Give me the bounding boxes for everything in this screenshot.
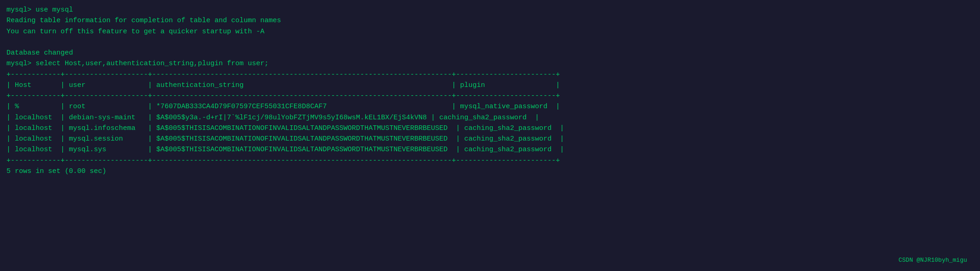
terminal-line-empty1 bbox=[6, 37, 974, 48]
terminal-line-row4: | localhost | mysql.session | $A$005$THI… bbox=[6, 134, 974, 144]
terminal-line-cmd2: mysql> select Host,user,authentication_s… bbox=[6, 58, 974, 69]
terminal-window: mysql> use mysqlReading table informatio… bbox=[6, 5, 974, 266]
terminal-line-header: | Host | user | authentication_string | … bbox=[6, 80, 974, 91]
terminal-line-info1: Reading table information for completion… bbox=[6, 15, 974, 26]
terminal-line-row1: | % | root | *7607DAB333CA4D79F07597CEF5… bbox=[6, 101, 974, 112]
terminal-line-cmd1: mysql> use mysql bbox=[6, 5, 974, 15]
terminal-line-sep1: +------------+--------------------+-----… bbox=[6, 69, 974, 80]
terminal-line-sep2: +------------+--------------------+-----… bbox=[6, 91, 974, 101]
terminal-line-info2: You can turn off this feature to get a q… bbox=[6, 26, 974, 37]
terminal-line-row3: | localhost | mysql.infoschema | $A$005$… bbox=[6, 123, 974, 134]
terminal-line-row2: | localhost | debian-sys-maint | $A$005$… bbox=[6, 112, 974, 123]
terminal-line-db_changed: Database changed bbox=[6, 48, 974, 58]
terminal-line-row5: | localhost | mysql.sys | $A$005$THISISA… bbox=[6, 144, 974, 155]
terminal-line-result: 5 rows in set (0.00 sec) bbox=[6, 166, 974, 177]
watermark: CSDN @NJR10byh_migu bbox=[899, 257, 967, 264]
terminal-line-sep3: +------------+--------------------+-----… bbox=[6, 155, 974, 166]
